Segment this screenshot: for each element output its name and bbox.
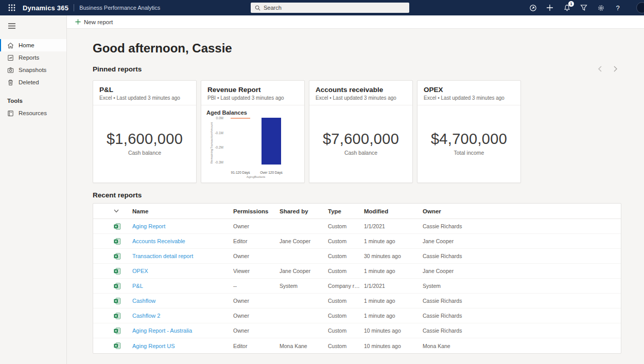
app-window: Dynamics 365 Business Performance Analyt… (0, 0, 644, 364)
table-row[interactable]: Aging Report US Editor Mona Kane Custom … (93, 338, 621, 353)
recent-reports-header: Recent reports (93, 191, 620, 199)
app-name[interactable]: Business Performance Analytics (79, 5, 160, 11)
report-name-link[interactable]: Aging Report US (132, 343, 175, 349)
sidebar-tools-heading: Tools (7, 98, 66, 104)
cell-type: Custom (328, 327, 364, 334)
search-input[interactable]: Search (251, 3, 409, 13)
report-name-link[interactable]: Accounts Receivable (132, 238, 185, 244)
sidebar: Home Reports Snapshots (0, 15, 67, 364)
page-title: Good afternoon, Cassie (93, 41, 620, 56)
cell-permissions: Owner (233, 253, 280, 259)
cell-permissions: Viewer (233, 268, 280, 274)
cell-type: Custom (328, 313, 364, 319)
cell-shared-by: Jane Cooper (280, 238, 328, 244)
sidebar-item-resources[interactable]: Resources (0, 107, 66, 119)
app-shell: Home Reports Snapshots (0, 15, 644, 364)
pinned-card-revenue-report[interactable]: Revenue Report PBI • Last updated 3 minu… (201, 80, 305, 183)
table-row[interactable]: OPEX Viewer Jane Cooper Custom 1 minute … (93, 264, 621, 279)
camera-icon (7, 67, 14, 74)
x-tick-label: 91-120 Days (229, 171, 252, 175)
cell-type: Company report (328, 283, 364, 289)
notifications-bell-icon[interactable]: 1 (562, 3, 571, 12)
card-subtitle: Excel • Last updated 3 minutes ago (424, 95, 514, 101)
report-icon (7, 54, 14, 61)
column-header-name[interactable]: Name (132, 208, 233, 214)
chevron-down-icon[interactable] (114, 209, 119, 213)
topbar-divider (74, 4, 74, 11)
table-row[interactable]: Aging Report - Australia Owner Custom 10… (93, 323, 621, 338)
column-header-shared-by[interactable]: Shared by (280, 208, 328, 214)
topbar-actions: 1 ? (528, 3, 638, 12)
topbar: Dynamics 365 Business Performance Analyt… (0, 0, 644, 15)
pinned-card-pnl[interactable]: P&L Excel • Last updated 3 minutes ago $… (93, 80, 197, 183)
pinned-card-accounts-receivable[interactable]: Accounts receivable Excel • Last updated… (309, 80, 413, 183)
table-row[interactable]: Accounts Receivable Editor Jane Cooper C… (93, 234, 621, 249)
column-header-modified[interactable]: Modified (364, 208, 423, 214)
y-tick-label: -0.1M (215, 131, 223, 134)
column-header-type[interactable]: Type (328, 208, 364, 214)
report-name-link[interactable]: OPEX (132, 268, 148, 274)
plus-icon (75, 19, 81, 25)
brand-title[interactable]: Dynamics 365 (23, 4, 68, 12)
report-name-link[interactable]: Aging Report - Australia (132, 327, 192, 334)
carousel-nav (595, 64, 620, 74)
kpi-label: Total income (454, 150, 484, 156)
cell-modified: 10 minutes ago (364, 327, 423, 334)
add-icon[interactable] (545, 3, 554, 12)
aged-balances-chart[interactable]: Aged Balances RemainingTransactionAmount… (201, 105, 304, 180)
kpi-value: $4,700,000 (431, 131, 507, 148)
table-row[interactable]: Cashflow 2 Owner Custom 1 minute ago Cas… (93, 308, 621, 323)
table-row[interactable]: Cashflow Owner Custom 1 minute ago Cassi… (93, 294, 621, 308)
compass-icon[interactable] (528, 3, 537, 12)
x-tick-label: Over 120 Days (260, 171, 283, 175)
card-title: P&L (99, 86, 190, 94)
cell-type: Custom (328, 298, 364, 304)
table-row[interactable]: P&L -- System Company report 1/1/2021 Sy… (93, 279, 621, 294)
filter-icon[interactable] (579, 3, 588, 12)
sidebar-item-reports[interactable]: Reports (0, 51, 66, 64)
recent-reports-title: Recent reports (93, 191, 142, 199)
book-icon (7, 110, 14, 117)
report-name-link[interactable]: Aging Report (132, 223, 165, 229)
carousel-next-icon[interactable] (610, 64, 620, 74)
column-header-permissions[interactable]: Permissions (233, 208, 280, 214)
pinned-card-opex[interactable]: OPEX Excel • Last updated 3 minutes ago … (417, 80, 521, 183)
cell-owner: System (423, 283, 621, 289)
user-avatar[interactable] (636, 2, 644, 13)
bar-over-120-days[interactable] (262, 118, 281, 165)
trash-icon (7, 79, 14, 86)
report-name-link[interactable]: Cashflow (132, 298, 155, 304)
sidebar-item-label: Deleted (19, 79, 39, 85)
cell-permissions: Owner (233, 298, 280, 304)
report-name-link[interactable]: Cashflow 2 (132, 313, 160, 319)
table-row[interactable]: Aging Report Owner Custom 1/1/2021 Cassi… (93, 219, 621, 234)
sidebar-item-snapshots[interactable]: Snapshots (0, 64, 66, 76)
sidebar-item-label: Snapshots (19, 67, 46, 73)
sidebar-item-home[interactable]: Home (0, 39, 66, 51)
cell-owner: Cassie Richards (423, 313, 621, 319)
sidebar-item-deleted[interactable]: Deleted (0, 76, 66, 88)
new-report-button[interactable]: New report (75, 19, 113, 25)
column-header-owner[interactable]: Owner (423, 208, 621, 214)
app-launcher-icon[interactable] (6, 2, 18, 13)
table-header-row: Name Permissions Shared by Type Modified… (93, 204, 621, 219)
settings-gear-icon[interactable] (596, 3, 605, 12)
cell-permissions: Owner (233, 223, 280, 229)
help-icon[interactable]: ? (613, 3, 622, 12)
page-content: Good afternoon, Cassie Pinned reports (67, 29, 644, 364)
report-name-link[interactable]: P&L (132, 283, 143, 289)
nav-toggle-icon[interactable] (5, 20, 19, 32)
chart-title: Aged Balances (206, 110, 301, 116)
y-tick-label: 0.0M (216, 116, 223, 120)
kpi-label: Cash balance (128, 150, 161, 156)
card-subtitle: PBI • Last updated 3 minutes ago (207, 95, 298, 101)
bar-91-120-days[interactable] (231, 118, 250, 119)
command-bar: New report (67, 15, 644, 29)
cell-type: Custom (328, 253, 364, 259)
cell-owner: Jane Cooper (423, 268, 621, 274)
report-name-link[interactable]: Transaction detail report (132, 253, 193, 259)
carousel-prev-icon[interactable] (595, 64, 605, 74)
table-row[interactable]: Transaction detail report Owner Custom 3… (93, 249, 621, 264)
card-title: Accounts receivable (316, 86, 406, 94)
cell-shared-by: Mona Kane (280, 343, 328, 349)
